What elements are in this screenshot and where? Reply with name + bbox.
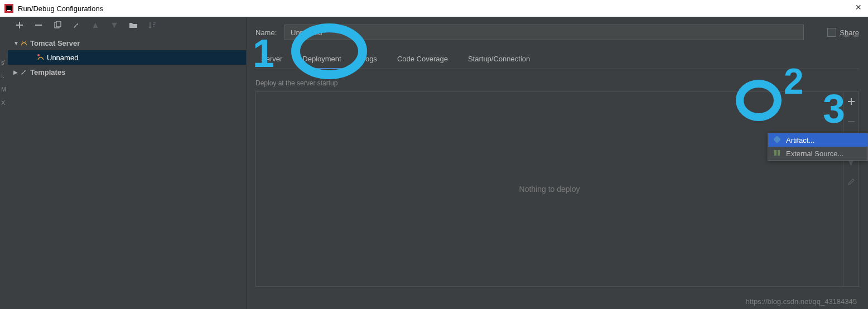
tomcat-run-icon bbox=[37, 54, 47, 61]
tree-node-label: Templates bbox=[30, 68, 65, 76]
sidebar: ▲ ▼ ▼ Tomcat Server Unnamed ▶ Templates bbox=[8, 17, 247, 309]
tomcat-icon bbox=[20, 39, 30, 47]
external-source-icon bbox=[774, 149, 782, 158]
name-label: Name: bbox=[255, 28, 278, 37]
svg-rect-7 bbox=[774, 150, 777, 156]
chevron-right-icon: ▶ bbox=[13, 69, 20, 75]
tree-node-label: Tomcat Server bbox=[30, 39, 80, 47]
add-deploy-icon[interactable] bbox=[847, 98, 855, 108]
titlebar: Run/Debug Configurations × bbox=[0, 0, 868, 17]
tree-node-tomcat-server[interactable]: ▼ Tomcat Server bbox=[8, 36, 246, 50]
remove-config-icon[interactable] bbox=[33, 20, 44, 30]
window-title: Run/Debug Configurations bbox=[18, 4, 103, 13]
wrench-small-icon bbox=[20, 68, 30, 76]
share-checkbox[interactable] bbox=[827, 28, 836, 37]
svg-rect-6 bbox=[774, 136, 780, 143]
wrench-icon[interactable] bbox=[71, 20, 81, 30]
artifact-icon bbox=[774, 136, 782, 144]
svg-rect-2 bbox=[7, 10, 11, 11]
move-down-icon[interactable]: ▼ bbox=[109, 20, 119, 30]
tree-node-templates[interactable]: ▶ Templates bbox=[8, 65, 246, 79]
tab-server[interactable]: Server bbox=[259, 50, 284, 69]
popup-item-label: External Source... bbox=[786, 149, 843, 158]
deploy-section-label: Deploy at the server startup bbox=[255, 79, 859, 87]
svg-point-5 bbox=[37, 54, 40, 56]
tab-code-coverage[interactable]: Code Coverage bbox=[395, 50, 450, 69]
svg-rect-4 bbox=[56, 21, 61, 27]
name-input[interactable] bbox=[284, 25, 804, 40]
config-tree: ▼ Tomcat Server Unnamed ▶ Templates bbox=[8, 33, 246, 309]
copy-config-icon[interactable] bbox=[52, 20, 62, 30]
content-panel: Name: Share Server Deployment Logs Code … bbox=[247, 17, 868, 309]
tab-deployment[interactable]: Deployment bbox=[300, 50, 343, 69]
tree-node-label: Unnamed bbox=[47, 54, 78, 62]
deploy-box: Nothing to deploy ▲ ▼ bbox=[255, 91, 859, 287]
tab-logs[interactable]: Logs bbox=[359, 50, 379, 69]
deploy-empty-text: Nothing to deploy bbox=[256, 92, 843, 286]
close-icon[interactable]: × bbox=[855, 2, 861, 12]
folder-icon[interactable] bbox=[128, 20, 138, 30]
add-deploy-popup: Artifact... External Source... bbox=[768, 133, 868, 161]
share-label[interactable]: Share bbox=[840, 28, 859, 37]
move-up-icon[interactable]: ▲ bbox=[90, 20, 100, 30]
svg-rect-8 bbox=[778, 150, 780, 156]
add-config-icon[interactable] bbox=[15, 20, 25, 30]
sidebar-toolbar: ▲ ▼ bbox=[8, 17, 246, 33]
chevron-down-icon: ▼ bbox=[13, 40, 20, 46]
watermark: https://blog.csdn.net/qq_43184345 bbox=[746, 297, 857, 306]
left-gutter: s'I.MX bbox=[0, 17, 8, 309]
sort-icon[interactable] bbox=[147, 20, 157, 30]
remove-deploy-icon[interactable] bbox=[847, 118, 855, 128]
tab-startup-connection[interactable]: Startup/Connection bbox=[466, 50, 532, 69]
popup-item-label: Artifact... bbox=[786, 136, 814, 144]
tabs: Server Deployment Logs Code Coverage Sta… bbox=[255, 50, 859, 69]
deploy-side-toolbar: ▲ ▼ bbox=[843, 92, 859, 286]
app-logo-icon bbox=[4, 4, 13, 13]
popup-item-external-source[interactable]: External Source... bbox=[768, 147, 867, 160]
popup-item-artifact[interactable]: Artifact... bbox=[768, 133, 867, 147]
edit-deploy-icon[interactable] bbox=[847, 178, 855, 188]
tree-node-unnamed[interactable]: Unnamed bbox=[8, 50, 246, 65]
